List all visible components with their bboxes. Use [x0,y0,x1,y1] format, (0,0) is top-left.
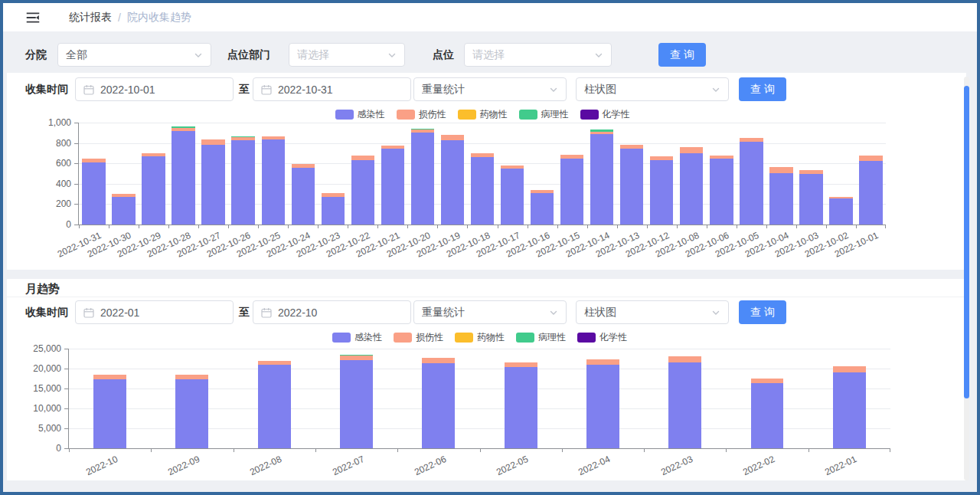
point-select[interactable]: 请选择 [464,43,612,67]
monthly-stat-type-select[interactable]: 重量统计 [413,300,567,324]
bar-segment[interactable] [751,383,784,448]
bar-segment[interactable] [668,362,701,448]
scrollbar-thumb[interactable] [964,86,969,398]
bar-segment[interactable] [142,156,165,225]
bar-segment[interactable] [411,133,434,225]
legend-item[interactable]: 化学性 [580,108,630,121]
bar-segment[interactable] [680,153,703,225]
breadcrumb-section[interactable]: 统计报表 [69,11,112,25]
bar-segment[interactable] [351,160,374,225]
monthly-date-from-input[interactable]: 2022-01 [75,300,234,324]
bar-segment[interactable] [829,197,852,198]
bar-segment[interactable] [441,140,464,225]
legend-item[interactable]: 损伤性 [394,331,443,344]
bar-segment[interactable] [620,145,643,149]
bar-segment[interactable] [262,139,285,225]
bar-segment[interactable] [590,129,613,133]
daily-chart-type-select[interactable]: 柱状图 [576,77,729,101]
bar-segment[interactable] [82,162,105,225]
legend-item[interactable]: 药物性 [455,331,505,344]
bar-segment[interactable] [560,155,583,159]
bar-segment[interactable] [740,138,763,142]
daily-date-to-input[interactable]: 2022-10-31 [253,77,411,101]
bar-segment[interactable] [422,358,455,363]
bar-segment[interactable] [231,136,254,138]
bar-segment[interactable] [112,194,135,197]
legend-item[interactable]: 病理性 [519,108,569,121]
bar-segment[interactable] [381,146,404,149]
bar-segment[interactable] [531,190,554,193]
legend-item[interactable]: 药物性 [458,108,508,121]
bar-segment[interactable] [751,379,784,383]
department-select[interactable]: 请选择 [289,43,405,67]
menu-fold-icon[interactable] [26,11,40,25]
bar-segment[interactable] [833,372,866,448]
bar-segment[interactable] [590,132,613,134]
bar-segment[interactable] [859,161,882,225]
bar-segment[interactable] [471,153,494,157]
bar-segment[interactable] [340,356,373,360]
legend-item[interactable]: 感染性 [332,331,382,344]
bar-segment[interactable] [262,136,285,139]
bar-segment[interactable] [201,139,224,145]
bar-segment[interactable] [93,379,126,448]
bar-segment[interactable] [560,159,583,225]
bar-segment[interactable] [620,149,643,225]
bar-segment[interactable] [799,174,822,225]
daily-date-from-input[interactable]: 2022-10-01 [75,77,234,101]
bar-segment[interactable] [680,147,703,153]
bar-segment[interactable] [351,156,374,160]
bar-segment[interactable] [859,156,882,161]
bar-segment[interactable] [322,197,345,225]
legend-item[interactable]: 化学性 [577,331,627,344]
bar-segment[interactable] [710,159,733,225]
bar-segment[interactable] [231,140,254,225]
daily-query-button[interactable]: 查 询 [739,77,786,101]
bar-segment[interactable] [142,153,165,157]
bar-segment[interactable] [710,156,733,159]
legend-item[interactable]: 感染性 [335,108,385,121]
bar-segment[interactable] [799,170,822,174]
bar-segment[interactable] [112,197,135,225]
bar-segment[interactable] [769,167,792,173]
bar-segment[interactable] [833,366,866,372]
bar-segment[interactable] [381,149,404,225]
bar-segment[interactable] [586,365,619,448]
monthly-date-to-input[interactable]: 2022-10 [253,300,411,324]
bar-segment[interactable] [172,128,194,132]
bar-segment[interactable] [769,173,792,225]
daily-stat-type-select[interactable]: 重量统计 [413,77,567,101]
bar-segment[interactable] [258,365,291,448]
legend-item[interactable]: 损伤性 [397,108,446,121]
bar-segment[interactable] [411,129,434,133]
monthly-query-button[interactable]: 查 询 [739,300,786,324]
bar-segment[interactable] [586,359,619,365]
bar-segment[interactable] [501,166,524,169]
bar-segment[interactable] [340,355,373,356]
branch-select[interactable]: 全部 [57,43,211,67]
bar-segment[interactable] [441,135,464,139]
bar-segment[interactable] [740,142,763,225]
bar-segment[interactable] [340,360,373,448]
bar-segment[interactable] [292,164,315,168]
bar-segment[interactable] [471,157,494,225]
bar-segment[interactable] [201,145,224,225]
global-query-button[interactable]: 查 询 [658,43,706,67]
bar-segment[interactable] [650,160,673,225]
bar-segment[interactable] [231,137,254,139]
bar-segment[interactable] [82,159,105,162]
bar-segment[interactable] [422,363,455,448]
bar-segment[interactable] [668,356,701,362]
bar-segment[interactable] [505,362,537,367]
bar-segment[interactable] [172,131,194,225]
bar-segment[interactable] [829,198,852,225]
bar-segment[interactable] [175,379,208,448]
bar-segment[interactable] [322,193,345,197]
bar-segment[interactable] [175,375,208,379]
bar-segment[interactable] [590,134,613,225]
bar-segment[interactable] [292,168,315,225]
bar-segment[interactable] [411,129,434,129]
bar-segment[interactable] [505,367,537,448]
legend-item[interactable]: 病理性 [516,331,566,344]
bar-segment[interactable] [258,361,291,366]
